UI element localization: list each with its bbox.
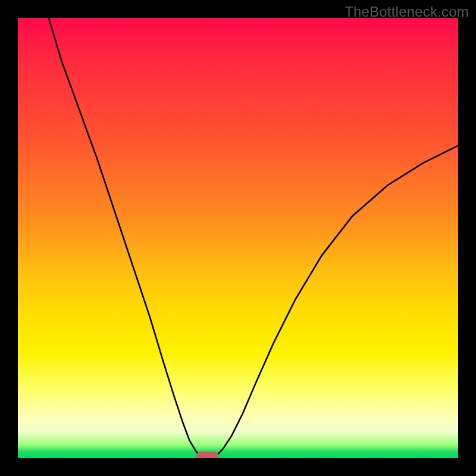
curve-left — [49, 18, 201, 456]
optimum-marker — [196, 452, 218, 458]
chart-frame: TheBottleneck.com — [0, 0, 476, 476]
plot-area — [18, 18, 458, 458]
bottleneck-curves — [18, 18, 458, 458]
curve-right — [216, 146, 458, 456]
